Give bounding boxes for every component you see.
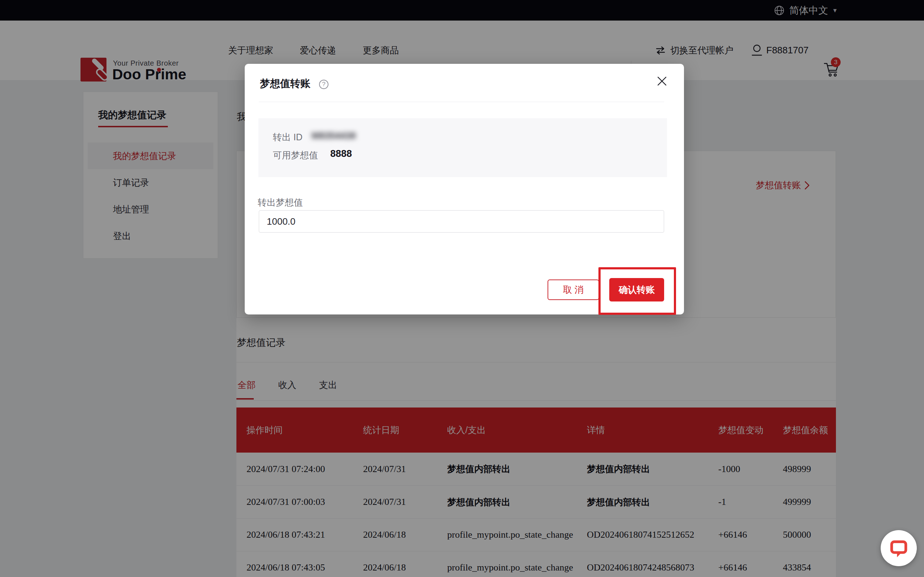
- livechat-button[interactable]: [881, 530, 917, 566]
- help-icon[interactable]: ?: [319, 80, 328, 89]
- modal-title: 梦想值转账: [260, 77, 310, 90]
- screen: 简体中文 ▾ Your Private Broker Doo Prime 关于理…: [0, 0, 924, 577]
- available-value-label: 可用梦想值: [273, 149, 318, 161]
- available-value: 8888: [330, 148, 352, 160]
- modal-divider: [259, 102, 664, 102]
- account-info-panel: 转出 ID M8354438 可用梦想值 8888: [258, 118, 667, 177]
- close-icon[interactable]: [654, 73, 670, 89]
- out-id-value-blurred: M8354438: [312, 130, 356, 141]
- cancel-button[interactable]: 取 消: [548, 279, 599, 300]
- confirm-transfer-button[interactable]: 确认转账: [609, 278, 664, 301]
- transfer-amount-label: 转出梦想值: [258, 197, 303, 208]
- transfer-amount-input[interactable]: [259, 210, 664, 233]
- out-id-label: 转出 ID: [273, 131, 302, 143]
- chat-bubble-icon: [888, 538, 909, 558]
- transfer-modal: 梦想值转账 ? 转出 ID M8354438 可用梦想值 8888 转出梦想值 …: [245, 64, 684, 314]
